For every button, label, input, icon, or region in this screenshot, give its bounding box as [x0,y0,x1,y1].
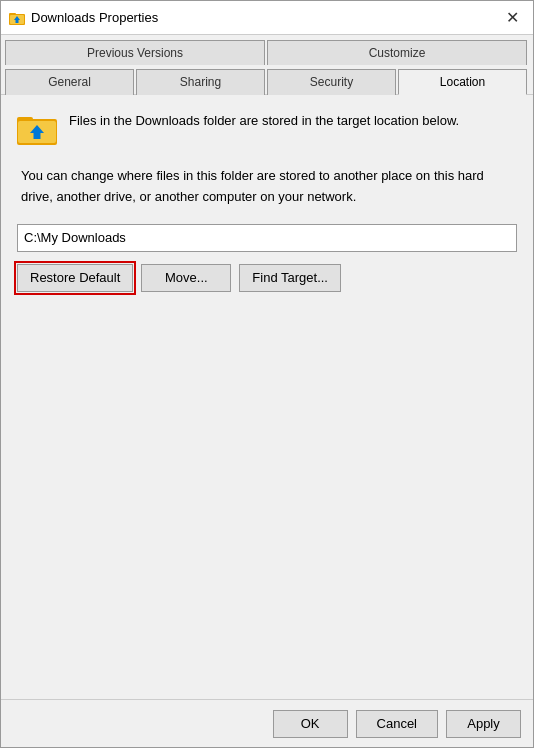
content-area: Files in the Downloads folder are stored… [1,95,533,699]
tab-general[interactable]: General [5,69,134,95]
description-text: You can change where files in this folde… [21,168,484,204]
close-button[interactable]: ✕ [499,5,525,31]
tabs-row-1: Previous Versions Customize [1,35,533,64]
tabs-row-2: General Sharing Security Location [1,64,533,94]
folder-icon-wrap [17,111,57,150]
move-button[interactable]: Move... [141,264,231,292]
folder-icon [17,111,57,147]
tab-previous-versions[interactable]: Previous Versions [5,40,265,65]
tab-sharing[interactable]: Sharing [136,69,265,95]
folder-title-icon [9,10,25,26]
window-title: Downloads Properties [31,10,499,25]
title-bar: Downloads Properties ✕ [1,1,533,35]
tab-security[interactable]: Security [267,69,396,95]
ok-button[interactable]: OK [273,710,348,738]
cancel-button[interactable]: Cancel [356,710,438,738]
restore-default-button[interactable]: Restore Default [17,264,133,292]
buttons-row: Restore Default Move... Find Target... [17,264,517,292]
path-input[interactable] [17,224,517,252]
description-block: You can change where files in this folde… [17,166,517,208]
find-target-button[interactable]: Find Target... [239,264,341,292]
bottom-bar: OK Cancel Apply [1,699,533,747]
tab-customize[interactable]: Customize [267,40,527,65]
properties-window: Downloads Properties ✕ Previous Versions… [0,0,534,748]
info-text: Files in the Downloads folder are stored… [69,111,459,131]
tabs-container: Previous Versions Customize General Shar… [1,35,533,95]
tab-location[interactable]: Location [398,69,527,95]
apply-button[interactable]: Apply [446,710,521,738]
info-block: Files in the Downloads folder are stored… [17,111,517,150]
